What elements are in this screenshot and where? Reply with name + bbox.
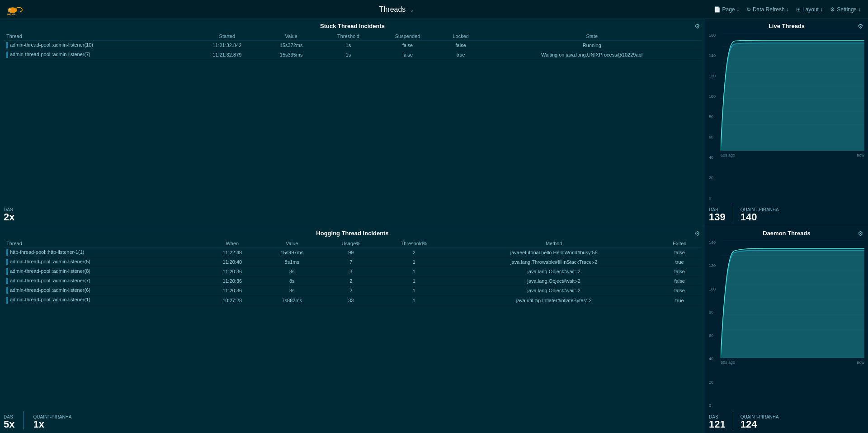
hogging-col-value: Value <box>260 239 324 248</box>
live-threads-chart: 160 140 120 100 80 60 40 20 0 <box>709 33 864 200</box>
hogging-thread-row[interactable]: admin-thread-pool::admin-listener(7) 11:… <box>4 276 701 286</box>
daemon-y-axis: 140 120 100 80 60 40 20 0 <box>709 240 721 408</box>
top-nav: payara Threads ⌄ 📄 Page ↓ ↻ Data Refresh… <box>0 0 868 19</box>
live-das-value: 139 <box>709 212 726 222</box>
live-threads-footer: DAS 139 Quaint-Piranha 140 <box>709 202 864 222</box>
hogging-col-when: When <box>204 239 260 248</box>
hogging-threads-gear-icon[interactable]: ⚙ <box>694 230 700 237</box>
daemon-threads-gear-icon[interactable]: ⚙ <box>858 230 863 237</box>
live-y-axis: 160 140 120 100 80 60 40 20 0 <box>709 33 721 200</box>
daemon-threads-panel: Daemon Threads ⚙ 140 120 100 80 60 40 20… <box>705 226 868 433</box>
svg-text:payara: payara <box>7 12 16 15</box>
hogging-col-usage: Usage% <box>324 239 378 248</box>
logo-area: payara <box>7 3 80 16</box>
hogging-quaint-counter: Quaint-Piranha 1x <box>33 414 71 429</box>
nav-title[interactable]: Threads ⌄ <box>379 5 414 13</box>
page-action[interactable]: 📄 Page ↓ <box>714 6 739 13</box>
daemon-threads-chart: 140 120 100 80 60 40 20 0 <box>709 240 864 408</box>
stuck-das-counter: DAS 2x <box>4 207 14 222</box>
stuck-threads-table: Thread Started Value Threshold Suspended… <box>4 32 701 60</box>
stuck-threads-footer: DAS 2x <box>4 205 701 222</box>
live-chart-x-labels: 60s ago now <box>721 153 864 157</box>
daemon-chart-x-labels: 60s ago now <box>721 360 864 365</box>
stuck-col-value: Value <box>262 32 320 41</box>
hogging-threads-table: Thread When Value Usage% Threshold% Meth… <box>4 239 701 305</box>
daemon-threads-title: Daemon Threads <box>709 230 864 237</box>
live-threads-svg <box>721 33 864 151</box>
daemon-threads-svg-container: 60s ago now <box>721 240 864 408</box>
nav-title-text: Threads <box>379 5 406 13</box>
live-counter-divider <box>733 204 733 222</box>
stuck-col-locked: Locked <box>439 32 483 41</box>
hogging-das-value: 5x <box>4 419 14 429</box>
stuck-threads-gear-icon[interactable]: ⚙ <box>694 23 700 30</box>
stuck-das-value: 2x <box>4 212 14 222</box>
live-das-counter: DAS 139 <box>709 207 726 222</box>
hogging-thread-row[interactable]: admin-thread-pool::admin-listener(1) 10:… <box>4 295 701 305</box>
nav-title-area: Threads ⌄ <box>80 5 714 14</box>
stuck-threads-panel: Stuck Thread Incidents ⚙ Thread Started … <box>0 19 705 226</box>
payara-logo: payara <box>7 3 25 16</box>
data-refresh-action[interactable]: ↻ Data Refresh ↓ <box>746 6 789 13</box>
left-panels: Stuck Thread Incidents ⚙ Thread Started … <box>0 19 705 433</box>
layout-action[interactable]: ⊞ Layout ↓ <box>796 6 823 13</box>
daemon-das-counter: DAS 121 <box>709 414 726 429</box>
hogging-col-threshold: Threshold% <box>378 239 450 248</box>
stuck-col-started: Started <box>192 32 262 41</box>
main-layout: Stuck Thread Incidents ⚙ Thread Started … <box>0 19 868 433</box>
hogging-threads-panel: Hogging Thread Incidents ⚙ Thread When V… <box>0 226 705 433</box>
hogging-thread-row[interactable]: http-thread-pool::http-listener-1(1) 11:… <box>4 248 701 257</box>
hogging-thread-row[interactable]: admin-thread-pool::admin-listener(6) 11:… <box>4 286 701 295</box>
hogging-threads-footer: DAS 5x Quaint-Piranha 1x <box>4 409 701 429</box>
daemon-quaint-value: 124 <box>741 419 779 429</box>
right-panels: Live Threads ⚙ 160 140 120 100 80 60 40 … <box>705 19 868 433</box>
hogging-threads-title: Hogging Thread Incidents <box>4 230 701 237</box>
stuck-col-state: State <box>483 32 701 41</box>
live-threads-gear-icon[interactable]: ⚙ <box>858 23 863 30</box>
stuck-col-suspended: Suspended <box>377 32 439 41</box>
live-threads-svg-container: 60s ago now <box>721 33 864 200</box>
svg-point-1 <box>9 9 11 10</box>
daemon-threads-footer: DAS 121 Quaint-Piranha 124 <box>709 409 864 429</box>
stuck-threads-title: Stuck Thread Incidents <box>4 23 701 29</box>
daemon-threads-svg <box>721 240 864 358</box>
stuck-thread-row[interactable]: admin-thread-pool::admin-listener(7) 11:… <box>4 50 701 60</box>
live-threads-title: Live Threads <box>709 23 864 29</box>
hogging-quaint-value: 1x <box>33 419 71 429</box>
hogging-col-exited: Exited <box>658 239 701 248</box>
hogging-col-method: Method <box>450 239 658 248</box>
daemon-quaint-counter: Quaint-Piranha 124 <box>741 414 779 429</box>
live-threads-panel: Live Threads ⚙ 160 140 120 100 80 60 40 … <box>705 19 868 226</box>
hogging-das-counter: DAS 5x <box>4 414 14 429</box>
stuck-thread-row[interactable]: admin-thread-pool::admin-listener(10) 11… <box>4 41 701 50</box>
stuck-col-threshold: Threshold <box>320 32 376 41</box>
hogging-counter-divider <box>24 411 24 429</box>
hogging-col-thread: Thread <box>4 239 204 248</box>
daemon-counter-divider <box>733 411 733 429</box>
daemon-das-value: 121 <box>709 419 726 429</box>
hogging-thread-row[interactable]: admin-thread-pool::admin-listener(8) 11:… <box>4 267 701 276</box>
nav-actions: 📄 Page ↓ ↻ Data Refresh ↓ ⊞ Layout ↓ ⚙ S… <box>714 6 861 13</box>
hogging-thread-row[interactable]: admin-thread-pool::admin-listener(5) 11:… <box>4 257 701 267</box>
live-quaint-value: 140 <box>741 212 779 222</box>
nav-chevron-icon: ⌄ <box>410 7 414 13</box>
stuck-col-thread: Thread <box>4 32 192 41</box>
settings-action[interactable]: ⚙ Settings ↓ <box>830 6 861 13</box>
live-quaint-counter: Quaint-Piranha 140 <box>741 207 779 222</box>
